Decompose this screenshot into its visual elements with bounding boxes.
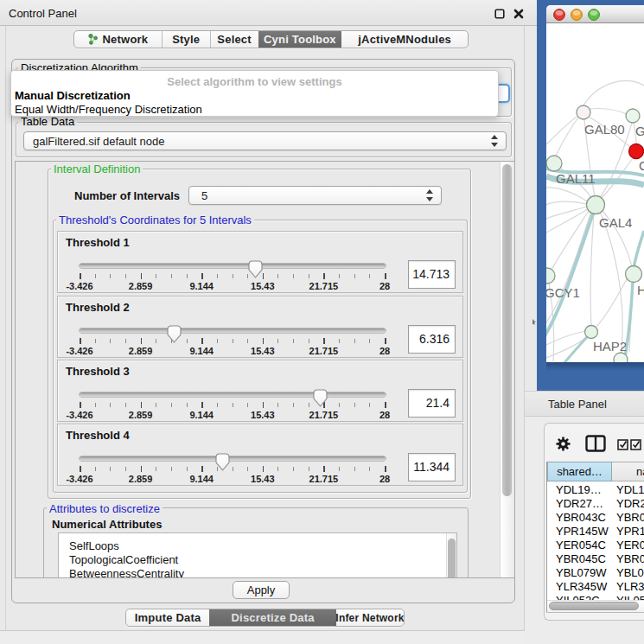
svg-text:GCY1: GCY1 — [546, 285, 580, 300]
svg-text:GAL11: GAL11 — [556, 171, 596, 186]
svg-text:GAL4: GAL4 — [599, 215, 632, 230]
svg-text:HAP2: HAP2 — [593, 339, 627, 354]
svg-text:H: H — [637, 283, 644, 297]
svg-text:GA: GA — [635, 124, 644, 138]
svg-text:GAL80: GAL80 — [584, 122, 625, 137]
svg-text:C: C — [639, 158, 644, 173]
